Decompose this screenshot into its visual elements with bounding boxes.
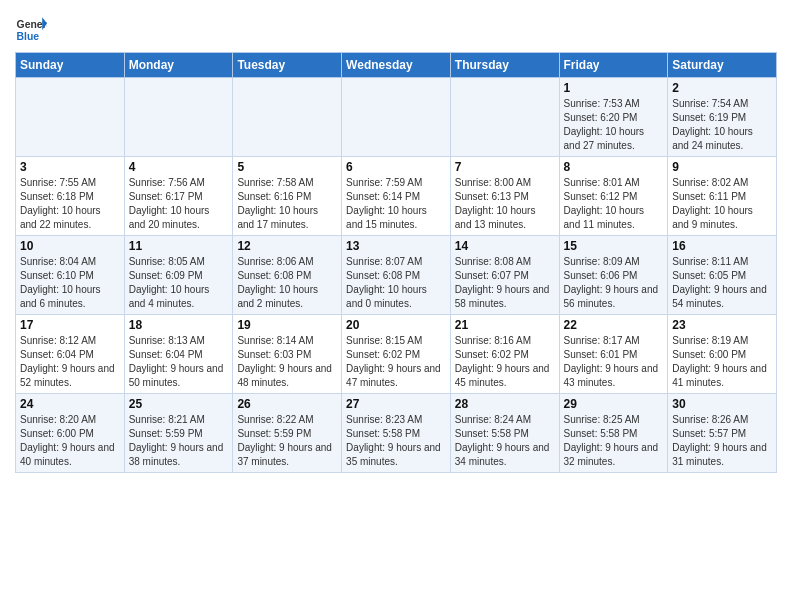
- day-info: Sunrise: 7:58 AM Sunset: 6:16 PM Dayligh…: [237, 176, 337, 232]
- day-info: Sunrise: 7:54 AM Sunset: 6:19 PM Dayligh…: [672, 97, 772, 153]
- day-number: 30: [672, 397, 772, 411]
- calendar-day-cell: 28Sunrise: 8:24 AM Sunset: 5:58 PM Dayli…: [450, 394, 559, 473]
- day-info: Sunrise: 8:08 AM Sunset: 6:07 PM Dayligh…: [455, 255, 555, 311]
- calendar-day-cell: 25Sunrise: 8:21 AM Sunset: 5:59 PM Dayli…: [124, 394, 233, 473]
- calendar-day-cell: 27Sunrise: 8:23 AM Sunset: 5:58 PM Dayli…: [342, 394, 451, 473]
- calendar-day-cell: 16Sunrise: 8:11 AM Sunset: 6:05 PM Dayli…: [668, 236, 777, 315]
- calendar-day-cell: 10Sunrise: 8:04 AM Sunset: 6:10 PM Dayli…: [16, 236, 125, 315]
- day-info: Sunrise: 8:26 AM Sunset: 5:57 PM Dayligh…: [672, 413, 772, 469]
- day-number: 27: [346, 397, 446, 411]
- day-info: Sunrise: 8:12 AM Sunset: 6:04 PM Dayligh…: [20, 334, 120, 390]
- day-number: 22: [564, 318, 664, 332]
- calendar-week-row: 24Sunrise: 8:20 AM Sunset: 6:00 PM Dayli…: [16, 394, 777, 473]
- calendar-day-header: Tuesday: [233, 53, 342, 78]
- day-info: Sunrise: 8:02 AM Sunset: 6:11 PM Dayligh…: [672, 176, 772, 232]
- calendar-day-cell: 14Sunrise: 8:08 AM Sunset: 6:07 PM Dayli…: [450, 236, 559, 315]
- day-number: 18: [129, 318, 229, 332]
- calendar-week-row: 1Sunrise: 7:53 AM Sunset: 6:20 PM Daylig…: [16, 78, 777, 157]
- calendar-day-cell: 9Sunrise: 8:02 AM Sunset: 6:11 PM Daylig…: [668, 157, 777, 236]
- day-number: 6: [346, 160, 446, 174]
- day-info: Sunrise: 7:53 AM Sunset: 6:20 PM Dayligh…: [564, 97, 664, 153]
- day-info: Sunrise: 8:21 AM Sunset: 5:59 PM Dayligh…: [129, 413, 229, 469]
- calendar-header-row: SundayMondayTuesdayWednesdayThursdayFrid…: [16, 53, 777, 78]
- svg-text:Blue: Blue: [17, 31, 40, 42]
- day-number: 12: [237, 239, 337, 253]
- day-number: 21: [455, 318, 555, 332]
- day-info: Sunrise: 8:04 AM Sunset: 6:10 PM Dayligh…: [20, 255, 120, 311]
- day-info: Sunrise: 8:23 AM Sunset: 5:58 PM Dayligh…: [346, 413, 446, 469]
- calendar-day-header: Friday: [559, 53, 668, 78]
- day-info: Sunrise: 7:55 AM Sunset: 6:18 PM Dayligh…: [20, 176, 120, 232]
- calendar-day-cell: 1Sunrise: 7:53 AM Sunset: 6:20 PM Daylig…: [559, 78, 668, 157]
- day-info: Sunrise: 8:20 AM Sunset: 6:00 PM Dayligh…: [20, 413, 120, 469]
- day-number: 16: [672, 239, 772, 253]
- calendar-day-cell: 8Sunrise: 8:01 AM Sunset: 6:12 PM Daylig…: [559, 157, 668, 236]
- calendar-day-cell: 2Sunrise: 7:54 AM Sunset: 6:19 PM Daylig…: [668, 78, 777, 157]
- calendar-day-cell: 15Sunrise: 8:09 AM Sunset: 6:06 PM Dayli…: [559, 236, 668, 315]
- calendar-day-cell: 19Sunrise: 8:14 AM Sunset: 6:03 PM Dayli…: [233, 315, 342, 394]
- day-number: 4: [129, 160, 229, 174]
- calendar-day-cell: 4Sunrise: 7:56 AM Sunset: 6:17 PM Daylig…: [124, 157, 233, 236]
- day-number: 3: [20, 160, 120, 174]
- day-number: 23: [672, 318, 772, 332]
- calendar-day-cell: 30Sunrise: 8:26 AM Sunset: 5:57 PM Dayli…: [668, 394, 777, 473]
- calendar-day-cell: 29Sunrise: 8:25 AM Sunset: 5:58 PM Dayli…: [559, 394, 668, 473]
- calendar-day-cell: 11Sunrise: 8:05 AM Sunset: 6:09 PM Dayli…: [124, 236, 233, 315]
- calendar-day-cell: [124, 78, 233, 157]
- day-info: Sunrise: 8:01 AM Sunset: 6:12 PM Dayligh…: [564, 176, 664, 232]
- calendar-day-cell: 18Sunrise: 8:13 AM Sunset: 6:04 PM Dayli…: [124, 315, 233, 394]
- day-info: Sunrise: 8:15 AM Sunset: 6:02 PM Dayligh…: [346, 334, 446, 390]
- calendar-day-cell: [342, 78, 451, 157]
- day-number: 10: [20, 239, 120, 253]
- calendar-day-header: Saturday: [668, 53, 777, 78]
- calendar-week-row: 10Sunrise: 8:04 AM Sunset: 6:10 PM Dayli…: [16, 236, 777, 315]
- calendar-week-row: 17Sunrise: 8:12 AM Sunset: 6:04 PM Dayli…: [16, 315, 777, 394]
- calendar-day-cell: 12Sunrise: 8:06 AM Sunset: 6:08 PM Dayli…: [233, 236, 342, 315]
- calendar-day-cell: [16, 78, 125, 157]
- day-info: Sunrise: 8:22 AM Sunset: 5:59 PM Dayligh…: [237, 413, 337, 469]
- calendar-day-cell: 22Sunrise: 8:17 AM Sunset: 6:01 PM Dayli…: [559, 315, 668, 394]
- day-info: Sunrise: 8:24 AM Sunset: 5:58 PM Dayligh…: [455, 413, 555, 469]
- day-number: 2: [672, 81, 772, 95]
- day-info: Sunrise: 8:09 AM Sunset: 6:06 PM Dayligh…: [564, 255, 664, 311]
- day-info: Sunrise: 8:11 AM Sunset: 6:05 PM Dayligh…: [672, 255, 772, 311]
- day-info: Sunrise: 7:59 AM Sunset: 6:14 PM Dayligh…: [346, 176, 446, 232]
- day-info: Sunrise: 8:14 AM Sunset: 6:03 PM Dayligh…: [237, 334, 337, 390]
- day-number: 25: [129, 397, 229, 411]
- calendar-day-cell: 21Sunrise: 8:16 AM Sunset: 6:02 PM Dayli…: [450, 315, 559, 394]
- calendar-day-cell: 6Sunrise: 7:59 AM Sunset: 6:14 PM Daylig…: [342, 157, 451, 236]
- calendar-day-cell: 7Sunrise: 8:00 AM Sunset: 6:13 PM Daylig…: [450, 157, 559, 236]
- calendar-day-cell: [233, 78, 342, 157]
- day-number: 1: [564, 81, 664, 95]
- day-number: 5: [237, 160, 337, 174]
- day-info: Sunrise: 8:05 AM Sunset: 6:09 PM Dayligh…: [129, 255, 229, 311]
- calendar-day-header: Thursday: [450, 53, 559, 78]
- day-number: 11: [129, 239, 229, 253]
- day-number: 8: [564, 160, 664, 174]
- day-number: 28: [455, 397, 555, 411]
- calendar-day-cell: 23Sunrise: 8:19 AM Sunset: 6:00 PM Dayli…: [668, 315, 777, 394]
- calendar-day-header: Monday: [124, 53, 233, 78]
- day-number: 24: [20, 397, 120, 411]
- day-info: Sunrise: 8:07 AM Sunset: 6:08 PM Dayligh…: [346, 255, 446, 311]
- calendar-table: SundayMondayTuesdayWednesdayThursdayFrid…: [15, 52, 777, 473]
- day-number: 7: [455, 160, 555, 174]
- generalblue-logo-icon: General Blue: [15, 14, 47, 46]
- day-info: Sunrise: 8:16 AM Sunset: 6:02 PM Dayligh…: [455, 334, 555, 390]
- calendar-day-header: Wednesday: [342, 53, 451, 78]
- page: General Blue SundayMondayTuesdayWednesda…: [0, 0, 792, 488]
- day-number: 13: [346, 239, 446, 253]
- calendar-day-cell: 26Sunrise: 8:22 AM Sunset: 5:59 PM Dayli…: [233, 394, 342, 473]
- day-number: 19: [237, 318, 337, 332]
- day-number: 15: [564, 239, 664, 253]
- day-info: Sunrise: 8:00 AM Sunset: 6:13 PM Dayligh…: [455, 176, 555, 232]
- day-info: Sunrise: 8:25 AM Sunset: 5:58 PM Dayligh…: [564, 413, 664, 469]
- header: General Blue: [15, 10, 777, 46]
- day-info: Sunrise: 8:19 AM Sunset: 6:00 PM Dayligh…: [672, 334, 772, 390]
- day-info: Sunrise: 8:06 AM Sunset: 6:08 PM Dayligh…: [237, 255, 337, 311]
- day-number: 17: [20, 318, 120, 332]
- day-number: 14: [455, 239, 555, 253]
- calendar-day-cell: 17Sunrise: 8:12 AM Sunset: 6:04 PM Dayli…: [16, 315, 125, 394]
- day-info: Sunrise: 8:17 AM Sunset: 6:01 PM Dayligh…: [564, 334, 664, 390]
- day-info: Sunrise: 7:56 AM Sunset: 6:17 PM Dayligh…: [129, 176, 229, 232]
